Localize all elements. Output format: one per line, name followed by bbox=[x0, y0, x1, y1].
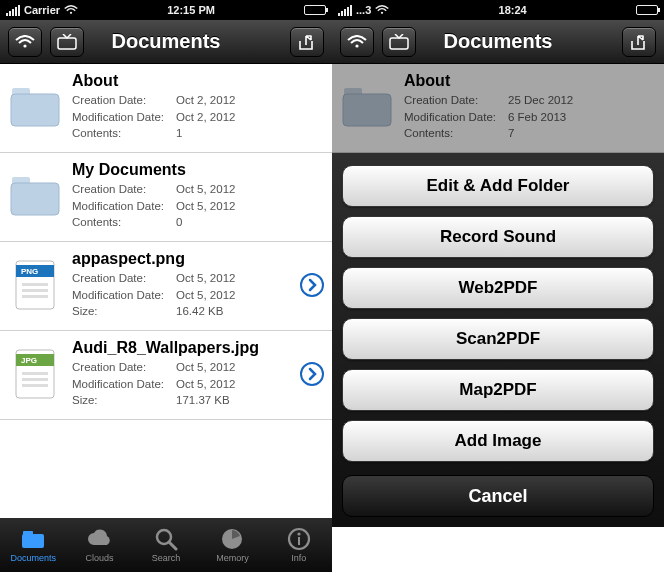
sheet-action-button[interactable]: Add Image bbox=[342, 420, 654, 462]
list-item[interactable]: About Creation Date:Oct 2, 2012 Modifica… bbox=[0, 64, 332, 153]
svg-rect-17 bbox=[22, 372, 48, 375]
svg-rect-21 bbox=[22, 534, 44, 548]
svg-point-30 bbox=[355, 44, 358, 47]
sheet-cancel-button[interactable]: Cancel bbox=[342, 475, 654, 517]
folder-icon bbox=[10, 86, 60, 128]
disclosure-icon[interactable] bbox=[300, 273, 324, 297]
tab-info[interactable]: Info bbox=[266, 518, 332, 572]
svg-point-13 bbox=[301, 274, 323, 296]
svg-rect-28 bbox=[298, 537, 300, 545]
clouds-icon bbox=[86, 527, 114, 551]
file-list[interactable]: About Creation Date:Oct 2, 2012 Modifica… bbox=[0, 64, 332, 518]
item-meta: Creation Date:Oct 2, 2012 Modification D… bbox=[72, 92, 324, 142]
tv-icon bbox=[57, 34, 77, 50]
svg-rect-10 bbox=[22, 283, 48, 286]
wifi-button[interactable] bbox=[340, 27, 374, 57]
svg-point-0 bbox=[70, 12, 72, 14]
tab-label: Documents bbox=[10, 553, 56, 563]
sheet-action-button[interactable]: Web2PDF bbox=[342, 267, 654, 309]
clock-label: 18:24 bbox=[499, 4, 527, 16]
share-icon bbox=[630, 34, 648, 50]
battery-icon bbox=[636, 5, 658, 15]
wifi-icon bbox=[347, 35, 367, 49]
sheet-action-button[interactable]: Scan2PDF bbox=[342, 318, 654, 360]
tab-documents[interactable]: Documents bbox=[0, 518, 66, 572]
phone-right: ...3 18:24 Documents bbox=[332, 0, 664, 572]
svg-rect-31 bbox=[390, 38, 408, 49]
file-icon: JPG bbox=[12, 348, 58, 400]
tab-label: Search bbox=[152, 553, 181, 563]
file-icon: PNG bbox=[12, 259, 58, 311]
tv-button[interactable] bbox=[50, 27, 84, 57]
item-title: appaspect.png bbox=[72, 250, 290, 268]
tab-clouds[interactable]: Clouds bbox=[66, 518, 132, 572]
share-button[interactable] bbox=[622, 27, 656, 57]
documents-icon bbox=[19, 527, 47, 551]
carrier-label: Carrier bbox=[24, 4, 60, 16]
item-title: My Documents bbox=[72, 161, 324, 179]
tv-icon bbox=[389, 34, 409, 50]
nav-bar: Documents bbox=[332, 20, 664, 64]
svg-text:PNG: PNG bbox=[21, 267, 38, 276]
status-bar: ...3 18:24 bbox=[332, 0, 664, 20]
nav-bar: Documents bbox=[0, 20, 332, 64]
sheet-action-button[interactable]: Edit & Add Folder bbox=[342, 165, 654, 207]
sheet-action-button[interactable]: Map2PDF bbox=[342, 369, 654, 411]
share-icon bbox=[298, 34, 316, 50]
svg-rect-11 bbox=[22, 289, 48, 292]
svg-rect-6 bbox=[11, 183, 59, 215]
tab-memory[interactable]: Memory bbox=[199, 518, 265, 572]
wifi-icon bbox=[64, 5, 78, 15]
list-item[interactable]: JPG Audi_R8_Wallpapers.jpg Creation Date… bbox=[0, 331, 332, 420]
wifi-icon bbox=[15, 35, 35, 49]
svg-rect-18 bbox=[22, 378, 48, 381]
svg-rect-12 bbox=[22, 295, 48, 298]
carrier-label: ...3 bbox=[356, 4, 371, 16]
signal-icon bbox=[338, 5, 352, 16]
sheet-action-button[interactable]: Record Sound bbox=[342, 216, 654, 258]
battery-icon bbox=[304, 5, 326, 15]
folder-icon bbox=[10, 175, 60, 217]
item-title: Audi_R8_Wallpapers.jpg bbox=[72, 339, 290, 357]
dimmed-background: About Creation Date:25 Dec 2012 Modifica… bbox=[332, 64, 664, 153]
svg-line-24 bbox=[169, 542, 176, 549]
wifi-icon bbox=[375, 5, 389, 15]
item-title: About bbox=[72, 72, 324, 90]
action-sheet: Edit & Add FolderRecord SoundWeb2PDFScan… bbox=[332, 153, 664, 527]
svg-point-20 bbox=[301, 363, 323, 385]
tab-bar: DocumentsCloudsSearchMemoryInfo bbox=[0, 518, 332, 572]
tab-label: Info bbox=[291, 553, 306, 563]
content-area: About Creation Date:25 Dec 2012 Modifica… bbox=[332, 64, 664, 572]
tab-label: Memory bbox=[216, 553, 249, 563]
svg-rect-2 bbox=[58, 38, 76, 49]
svg-point-29 bbox=[381, 12, 383, 14]
status-bar: Carrier 12:15 PM bbox=[0, 0, 332, 20]
share-button[interactable] bbox=[290, 27, 324, 57]
disclosure-icon[interactable] bbox=[300, 362, 324, 386]
svg-text:JPG: JPG bbox=[21, 356, 37, 365]
info-icon bbox=[285, 527, 313, 551]
phone-left: Carrier 12:15 PM Documents About bbox=[0, 0, 332, 572]
list-item[interactable]: PNG appaspect.png Creation Date:Oct 5, 2… bbox=[0, 242, 332, 331]
svg-point-1 bbox=[23, 44, 26, 47]
item-meta: Creation Date:Oct 5, 2012 Modification D… bbox=[72, 359, 290, 409]
svg-rect-22 bbox=[23, 531, 33, 536]
clock-label: 12:15 PM bbox=[167, 4, 215, 16]
item-meta: Creation Date:Oct 5, 2012 Modification D… bbox=[72, 270, 290, 320]
svg-rect-4 bbox=[11, 94, 59, 126]
tv-button[interactable] bbox=[382, 27, 416, 57]
tab-search[interactable]: Search bbox=[133, 518, 199, 572]
svg-point-27 bbox=[297, 532, 300, 535]
page-title: Documents bbox=[444, 30, 553, 53]
memory-icon bbox=[218, 527, 246, 551]
svg-rect-19 bbox=[22, 384, 48, 387]
list-item[interactable]: My Documents Creation Date:Oct 5, 2012 M… bbox=[0, 153, 332, 242]
page-title: Documents bbox=[112, 30, 221, 53]
wifi-button[interactable] bbox=[8, 27, 42, 57]
search-icon bbox=[152, 527, 180, 551]
tab-label: Clouds bbox=[86, 553, 114, 563]
item-meta: Creation Date:Oct 5, 2012 Modification D… bbox=[72, 181, 324, 231]
signal-icon bbox=[6, 5, 20, 16]
